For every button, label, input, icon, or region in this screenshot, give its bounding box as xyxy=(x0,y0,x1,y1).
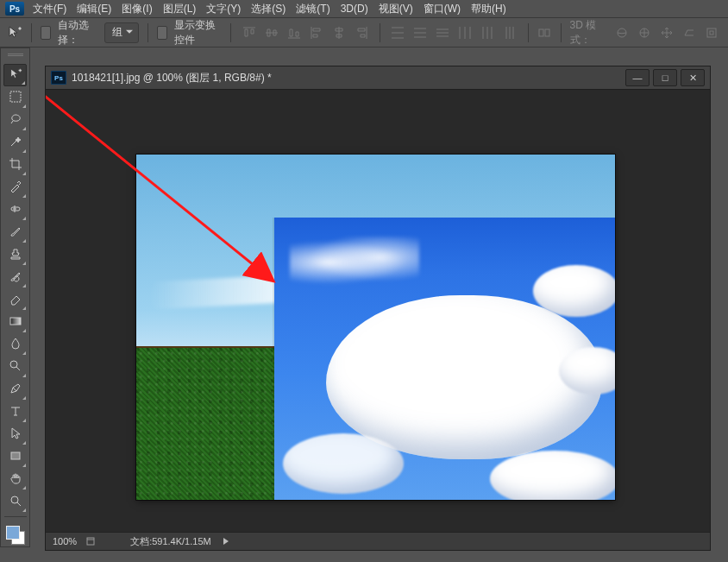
blur-tool[interactable] xyxy=(3,333,27,356)
clone-stamp-tool[interactable] xyxy=(3,243,27,266)
svg-rect-10 xyxy=(10,318,21,325)
doc-info-flyout-icon[interactable] xyxy=(223,538,232,545)
distribute-4-icon[interactable] xyxy=(455,23,474,42)
history-brush-icon xyxy=(9,269,22,286)
toolbox xyxy=(0,47,30,547)
svg-marker-7 xyxy=(10,68,17,78)
3d-scale-icon[interactable] xyxy=(702,23,721,42)
menu-3d[interactable]: 3D(D) xyxy=(339,2,370,16)
document-window: Ps 1018421[1].jpg @ 100% (图层 1, RGB/8#) … xyxy=(45,66,711,551)
3d-slide-icon[interactable] xyxy=(680,23,699,42)
toolbox-handle[interactable] xyxy=(4,50,26,59)
show-transform-checkbox[interactable] xyxy=(157,26,168,40)
canvas-area[interactable] xyxy=(46,90,710,534)
distribute-3-icon[interactable] xyxy=(433,23,452,42)
3d-orbit-icon[interactable] xyxy=(612,23,631,42)
align-vcenter-icon[interactable] xyxy=(262,23,281,42)
window-minimize-button[interactable]: — xyxy=(625,69,650,86)
auto-select-value: 组 xyxy=(112,25,122,40)
menu-select[interactable]: 选择(S) xyxy=(249,1,287,17)
menu-help[interactable]: 帮助(H) xyxy=(469,1,508,17)
svg-marker-12 xyxy=(12,428,20,439)
zoom-value[interactable]: 100% xyxy=(53,536,77,546)
distribute-1-icon[interactable] xyxy=(388,23,407,42)
align-left-icon[interactable] xyxy=(307,23,326,42)
distribute-6-icon[interactable] xyxy=(500,23,519,42)
auto-align-icon[interactable] xyxy=(537,23,552,42)
window-maximize-button[interactable]: □ xyxy=(653,69,677,86)
dodge-tool[interactable] xyxy=(3,356,27,378)
foreground-color-swatch[interactable] xyxy=(6,526,20,540)
eyedropper-tool[interactable] xyxy=(3,176,27,199)
pen-tool[interactable] xyxy=(3,378,27,401)
distribute-group xyxy=(388,23,519,42)
gradient-tool[interactable] xyxy=(3,311,27,333)
menu-filter[interactable]: 滤镜(T) xyxy=(294,1,331,17)
options-bar: 自动选择： 组 显示变换控件 3D 模式： xyxy=(0,17,728,47)
show-transform-label: 显示变换控件 xyxy=(174,18,222,47)
zoom-tool[interactable] xyxy=(3,490,27,513)
stamp-icon xyxy=(9,247,22,263)
canvas-image xyxy=(136,155,615,500)
menu-window[interactable]: 窗口(W) xyxy=(422,1,462,17)
document-title: 1018421[1].jpg @ 100% (图层 1, RGB/8#) * xyxy=(72,71,620,85)
hand-tool[interactable] xyxy=(3,468,27,490)
3d-mode-label: 3D 模式： xyxy=(570,18,606,47)
status-bar: 100% 文档:591.4K/1.15M xyxy=(46,532,710,550)
cloud-small-3 xyxy=(283,433,404,494)
3d-mode-group xyxy=(612,23,721,42)
lasso-tool[interactable] xyxy=(3,109,27,131)
cloud-small-4 xyxy=(490,451,615,500)
doc-info: 文档:591.4K/1.15M xyxy=(130,535,211,548)
eraser-tool[interactable] xyxy=(3,288,27,311)
menu-view[interactable]: 视图(V) xyxy=(377,1,415,17)
pen-icon xyxy=(9,382,22,398)
menu-image[interactable]: 图像(I) xyxy=(120,1,154,17)
distribute-2-icon[interactable] xyxy=(411,23,430,42)
svg-rect-2 xyxy=(545,29,549,36)
path-select-icon xyxy=(9,426,22,443)
menu-edit[interactable]: 编辑(E) xyxy=(75,1,113,17)
type-icon xyxy=(9,404,22,420)
menu-bar: Ps 文件(F) 编辑(E) 图像(I) 图层(L) 文字(Y) 选择(S) 滤… xyxy=(0,0,728,17)
auto-select-dropdown[interactable]: 组 xyxy=(104,22,139,43)
marquee-icon xyxy=(9,90,22,106)
svg-rect-8 xyxy=(10,92,21,102)
svg-rect-6 xyxy=(710,31,713,35)
auto-select-checkbox[interactable] xyxy=(41,26,52,40)
align-right-icon[interactable] xyxy=(352,23,371,42)
magic-wand-tool[interactable] xyxy=(3,131,27,154)
align-top-icon[interactable] xyxy=(240,23,259,42)
healing-icon xyxy=(9,202,22,218)
color-swatches[interactable] xyxy=(4,524,27,546)
move-tool[interactable] xyxy=(3,64,27,86)
menu-type[interactable]: 文字(Y) xyxy=(204,1,242,17)
crop-tool[interactable] xyxy=(3,154,27,176)
3d-roll-icon[interactable] xyxy=(635,23,654,42)
path-selection-tool[interactable] xyxy=(3,423,27,445)
history-brush-tool[interactable] xyxy=(3,266,27,288)
svg-rect-5 xyxy=(707,28,716,37)
3d-pan-icon[interactable] xyxy=(657,23,676,42)
svg-point-14 xyxy=(11,496,18,503)
svg-marker-0 xyxy=(9,27,17,37)
type-tool[interactable] xyxy=(3,401,27,423)
align-bottom-icon[interactable] xyxy=(285,23,304,42)
menu-layer[interactable]: 图层(L) xyxy=(161,1,198,17)
zoom-popup-icon[interactable] xyxy=(85,536,96,546)
marquee-tool[interactable] xyxy=(3,86,27,109)
brush-icon xyxy=(9,224,22,241)
distribute-5-icon[interactable] xyxy=(478,23,497,42)
healing-brush-tool[interactable] xyxy=(3,199,27,221)
rectangle-tool[interactable] xyxy=(3,445,27,468)
lasso-icon xyxy=(9,112,22,129)
window-close-button[interactable]: ✕ xyxy=(681,69,705,86)
svg-rect-16 xyxy=(87,538,94,545)
brush-tool[interactable] xyxy=(3,221,27,243)
current-tool-icon[interactable] xyxy=(7,24,22,41)
align-hcenter-icon[interactable] xyxy=(329,23,348,42)
menu-file[interactable]: 文件(F) xyxy=(31,1,68,17)
rectangle-icon xyxy=(9,449,22,465)
dodge-icon xyxy=(9,359,22,376)
svg-rect-1 xyxy=(539,29,543,36)
